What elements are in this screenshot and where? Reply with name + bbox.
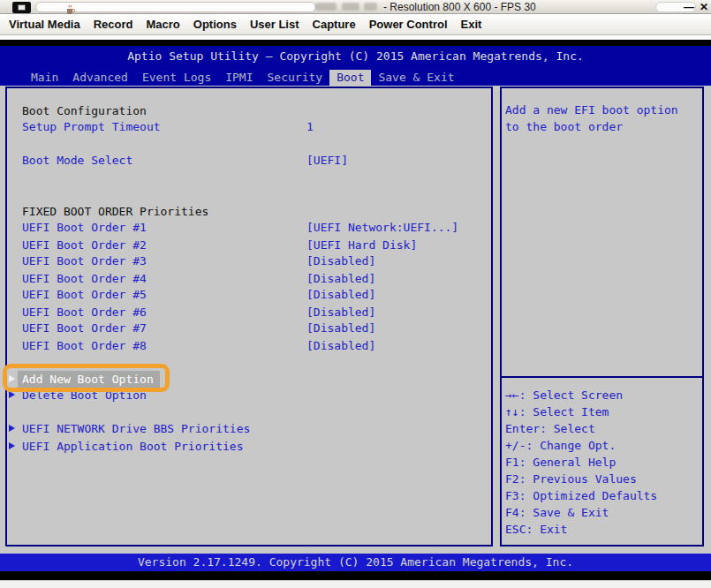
option-value: [UEFI] [306,152,348,169]
fixed-boot-order-title: FIXED BOOT ORDER Priorities [7,203,491,220]
key-f2-previous-values: F2: Previous Values [505,471,702,487]
option-label: Setup Prompt Timeout [22,118,161,135]
menu-item-capture[interactable]: Capture [313,18,356,31]
option-label: UEFI Boot Order #2 [22,237,147,253]
key-f3-optimized-defaults: F3: Optimized Defaults [505,487,702,504]
option-value: [Disabled] [306,286,375,303]
menu-item-power-control[interactable]: Power Control [369,18,448,31]
screen-letterbox-top [0,40,711,46]
row-uefi-boot-order-2[interactable]: UEFI Boot Order #2 [UEFI Hard Disk] [7,237,491,253]
redacted-text [315,3,337,11]
window-title-field [35,2,316,12]
redacted-text [364,3,377,11]
tab-advanced[interactable]: Advanced [65,70,135,86]
row-uefi-application-boot-priorities[interactable]: UEFI Application Boot Priorities [7,438,491,455]
bios-header: Aptio Setup Utility – Copyright (C) 2015… [0,46,711,86]
help-description: Add a new EFI boot option to the boot or… [502,88,702,378]
close-button[interactable]: ✕ [700,0,708,14]
bios-tab-bar: Main Advanced Event Logs IPMI Security B… [0,70,711,86]
option-value: [Disabled] [306,253,375,269]
key-select-item: ↑↓: Select Item [505,403,702,420]
option-label: UEFI Boot Order #7 [22,320,147,336]
key-enter-select: Enter: Select [505,420,702,437]
window-titlebar: - Resolution 800 X 600 - FPS 30 — ✕ [0,0,711,14]
kvm-console-window: - Resolution 800 X 600 - FPS 30 — ✕ Virt… [0,0,711,588]
row-uefi-boot-order-4[interactable]: UEFI Boot Order #4 [Disabled] [7,270,491,287]
row-uefi-boot-order-6[interactable]: UEFI Boot Order #6 [Disabled] [7,304,491,320]
tab-save-exit[interactable]: Save & Exit [371,70,461,86]
tab-event-logs[interactable]: Event Logs [135,70,218,86]
row-uefi-boot-order-8[interactable]: UEFI Boot Order #8 [Disabled] [7,337,491,354]
bios-version-bar: Version 2.17.1249. Copyright (C) 2015 Am… [0,554,711,571]
redacted-text [342,3,359,11]
option-value: [Disabled] [306,304,375,320]
key-change-opt: +/-: Change Opt. [505,437,702,454]
option-label: Boot Mode Select [22,152,132,169]
window-bottom-margin [0,580,711,588]
key-esc-exit: ESC: Exit [505,521,702,538]
row-boot-mode-select[interactable]: Boot Mode Select [UEFI] [7,152,491,169]
option-value: [UEFI Hard Disk] [306,237,417,253]
menu-item-user-list[interactable]: User List [250,18,299,31]
key-select-screen: →←: Select Screen [505,387,702,403]
option-value: 1 [306,118,314,135]
option-label: UEFI Boot Order #3 [22,253,147,269]
option-label: UEFI Boot Order #5 [22,286,147,303]
row-uefi-boot-order-7[interactable]: UEFI Boot Order #7 [Disabled] [7,320,491,336]
tab-main[interactable]: Main [24,70,65,86]
row-uefi-boot-order-3[interactable]: UEFI Boot Order #3 [Disabled] [7,253,491,269]
key-legend: →←: Select Screen ↑↓: Select Item Enter:… [502,380,702,538]
screen-letterbox-bottom [0,571,711,580]
row-setup-prompt-timeout[interactable]: Setup Prompt Timeout 1 [7,118,491,135]
option-value: [Disabled] [306,337,375,354]
option-value: [Disabled] [306,270,375,287]
option-value: [UEFI Network:UEFI...] [306,219,458,236]
row-uefi-boot-order-5[interactable]: UEFI Boot Order #5 [Disabled] [7,286,491,303]
key-f1-general-help: F1: General Help [505,454,702,471]
option-label: UEFI Boot Order #6 [22,304,147,320]
highlight-annotation-box [3,364,170,392]
console-menubar: Virtual Media Record Macro Options User … [0,14,711,35]
menu-item-exit[interactable]: Exit [461,18,482,31]
section-title: Boot Configuration [7,102,491,119]
menu-item-macro[interactable]: Macro [146,18,179,31]
tab-security[interactable]: Security [261,70,330,86]
bios-help-panel: Add a new EFI boot option to the boot or… [500,87,704,547]
window-title: - Resolution 800 X 600 - FPS 30 [383,1,536,13]
app-icon [12,2,31,13]
row-uefi-network-bbs-priorities[interactable]: UEFI NETWORK Drive BBS Priorities [7,420,491,437]
minimize-button[interactable]: — [684,0,694,14]
row-uefi-boot-order-1[interactable]: UEFI Boot Order #1 [UEFI Network:UEFI...… [7,219,491,236]
submenu-arrow-icon [9,442,15,449]
tab-ipmi[interactable]: IPMI [218,70,260,86]
tab-boot[interactable]: Boot [329,70,371,86]
option-label: UEFI Application Boot Priorities [22,438,243,455]
option-label: UEFI Boot Order #8 [22,337,147,354]
menu-item-options[interactable]: Options [193,18,237,31]
option-label: UEFI NETWORK Drive BBS Priorities [22,420,250,437]
option-value: [Disabled] [306,320,375,336]
option-label: UEFI Boot Order #1 [22,219,147,236]
submenu-arrow-icon [9,391,15,398]
menu-item-virtual-media[interactable]: Virtual Media [9,18,80,31]
bios-title: Aptio Setup Utility – Copyright (C) 2015… [0,46,711,63]
menu-item-record[interactable]: Record [94,18,133,31]
submenu-arrow-icon [9,425,15,432]
key-f4-save-exit: F4: Save & Exit [505,504,702,521]
option-label: UEFI Boot Order #4 [22,270,147,287]
